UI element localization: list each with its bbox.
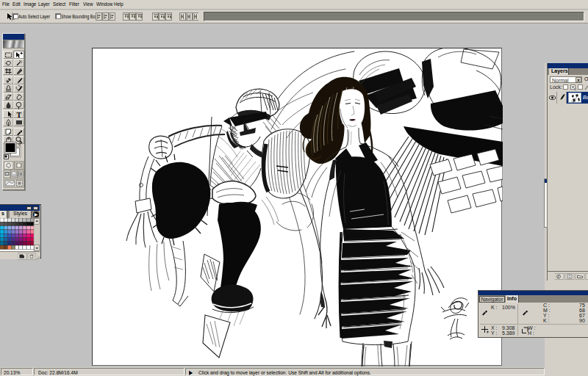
svg-text:T: T xyxy=(17,111,22,119)
